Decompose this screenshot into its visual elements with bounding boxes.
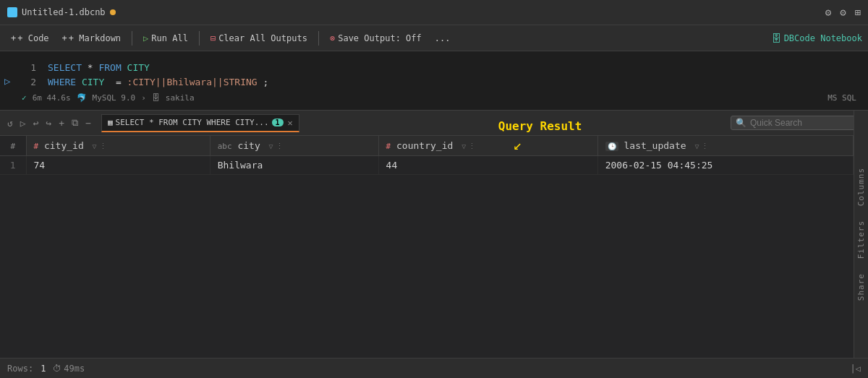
code-line-2: 2 WHERE CITY = :CITY||Bhilwara||STRING ;: [22, 74, 868, 89]
col-type-abc-icon: abc: [218, 142, 232, 151]
menu-icon-country_id[interactable]: ⋮: [468, 142, 476, 151]
title-bar: Untitled-1.dbcnb ⚙ ⚙ ⊞: [0, 0, 868, 25]
filter-icon-country_id[interactable]: ▽: [461, 142, 466, 150]
search-box: 🔍: [731, 116, 864, 130]
remove-icon[interactable]: −: [82, 116, 94, 130]
cell-city-1: Bhilwara: [210, 156, 378, 175]
toolbar-right: 🗄 DBCode Notebook: [771, 33, 862, 44]
check-icon: ✓: [22, 93, 27, 103]
filter-icon-last_update[interactable]: ▽: [694, 142, 699, 150]
title-left: Untitled-1.dbcnb: [7, 7, 116, 17]
time-badge: ⏱ 49ms: [53, 364, 85, 374]
layout-icon[interactable]: ⊞: [855, 7, 861, 18]
share-panel-label[interactable]: Share: [856, 273, 866, 301]
save-icon: ⊗: [330, 33, 335, 43]
clear-icon: ⊟: [210, 33, 216, 43]
filters-panel-label[interactable]: Filters: [856, 220, 866, 259]
query-result-label: Query Result: [498, 119, 582, 133]
cell-rownum-1: 1: [0, 156, 26, 175]
col-header-city_id[interactable]: # city_id ▽ ⋮: [26, 136, 210, 156]
editor-area: ▷ 1 SELECT * FROM CITY 2 WHERE CITY = :C…: [0, 51, 868, 110]
execution-time: 49ms: [64, 364, 85, 374]
plus-icon: +: [11, 33, 16, 43]
dbcode-icon: 🗄: [771, 33, 781, 44]
col-header-last_update[interactable]: 🕒 last_update ▽ ⋮: [597, 136, 853, 156]
rows-count: 1: [41, 364, 46, 374]
line-number-1: 1: [22, 62, 36, 73]
filter-icon-city_id[interactable]: ▽: [93, 142, 97, 150]
copy-icon[interactable]: ⧉: [69, 116, 81, 130]
data-table: # # city_id ▽ ⋮ abc city ▽: [0, 136, 854, 175]
tab-tools: ↺ ▷ ↩ ↪ + ⧉ −: [4, 116, 94, 130]
filter-icon-city[interactable]: ▽: [269, 142, 273, 150]
col-type-num-icon2: #: [386, 142, 391, 151]
plus-icon2: +: [62, 33, 67, 43]
separator2: [199, 31, 200, 46]
separator1: [132, 31, 132, 46]
col-header-city[interactable]: abc city ▽ ⋮: [210, 136, 378, 156]
quick-search-input[interactable]: [750, 118, 859, 128]
add-code-button[interactable]: + + Code: [6, 31, 54, 46]
settings2-icon[interactable]: ⚙: [840, 7, 846, 18]
redo-icon[interactable]: ↪: [43, 116, 54, 130]
run-time: 6m 44.6s: [33, 93, 71, 103]
dbcode-badge: 🗄 DBCode Notebook: [771, 33, 862, 44]
save-output-button[interactable]: ⊗ Save Output: Off: [325, 31, 427, 46]
modified-indicator: [110, 9, 116, 15]
db-icon2: 🗄: [152, 93, 160, 103]
cell-country_id-1: 44: [378, 156, 597, 175]
results-tab-1[interactable]: ▦ SELECT * FROM CITY WHERE CITY... 1 ✕: [101, 114, 299, 132]
columns-panel-label[interactable]: Columns: [856, 168, 866, 206]
code-editor: 1 SELECT * FROM CITY 2 WHERE CITY = :CIT…: [22, 57, 868, 92]
code-status-bar: ✓ 6m 44.6s 🐬 MySQL 9.0 › 🗄 sakila MS SQL: [0, 92, 868, 104]
table-area: # # city_id ▽ ⋮ abc city ▽: [0, 136, 854, 358]
col-type-time-icon: 🕒: [605, 142, 618, 151]
col-type-num-icon: #: [34, 142, 39, 151]
tab-close-button[interactable]: ✕: [288, 118, 293, 128]
schema-name: sakila: [166, 93, 195, 103]
dialect-badge: MS SQL: [827, 93, 856, 103]
pagination-icon[interactable]: |◁: [851, 364, 861, 374]
tab-label: SELECT * FROM CITY WHERE CITY...: [116, 118, 269, 127]
table-icon: ▦: [108, 118, 113, 127]
run-cell-button[interactable]: ▷: [4, 75, 10, 87]
svg-rect-0: [9, 9, 16, 16]
menu-icon-city_id[interactable]: ⋮: [99, 142, 107, 151]
toolbar: + + Code + + Markdown ▷ Run All ⊟ Clear …: [0, 25, 868, 51]
results-panel: ↺ ▷ ↩ ↪ + ⧉ − ▦ SELECT * FROM CITY WHERE…: [0, 110, 868, 358]
right-side-panel: Columns Filters Share: [854, 111, 868, 358]
title-right-icons: ⚙ ⚙ ⊞: [825, 7, 861, 18]
menu-icon-last_update[interactable]: ⋮: [701, 142, 709, 151]
results-tabs-bar: ↺ ▷ ↩ ↪ + ⧉ − ▦ SELECT * FROM CITY WHERE…: [0, 111, 868, 136]
run-all-button[interactable]: ▷ Run All: [138, 31, 193, 46]
play-icon[interactable]: ▷: [17, 116, 29, 130]
window-title: Untitled-1.dbcnb: [22, 7, 106, 17]
col-header-rownum: #: [0, 136, 26, 156]
col-header-country_id[interactable]: # country_id ▽ ⋮: [378, 136, 597, 156]
status-right: |◁: [851, 364, 861, 374]
search-icon: 🔍: [736, 118, 746, 128]
add-icon[interactable]: +: [56, 116, 67, 130]
table-header-row: # # city_id ▽ ⋮ abc city ▽: [0, 136, 854, 156]
code-line-1: 1 SELECT * FROM CITY: [22, 60, 868, 74]
cell-city_id-1: 74: [26, 156, 210, 175]
separator3: [318, 31, 319, 46]
clock-icon: ⏱: [53, 364, 61, 374]
rows-label: Rows:: [7, 364, 33, 374]
table-row: 1 74 Bhilwara 44 2006-02-15 04:45:25: [0, 156, 854, 175]
quick-search-area: 🔍: [731, 116, 864, 130]
clear-all-outputs-button[interactable]: ⊟ Clear All Outputs: [205, 31, 312, 46]
line-number-2: 2: [22, 77, 36, 87]
refresh-icon[interactable]: ↺: [4, 116, 16, 130]
tab-count-badge: 1: [272, 119, 284, 126]
cell-last_update-1: 2006-02-15 04:45:25: [597, 156, 853, 175]
undo-icon[interactable]: ↩: [30, 116, 42, 130]
add-markdown-button[interactable]: + + Markdown: [57, 31, 126, 46]
db-version: MySQL 9.0: [93, 93, 136, 103]
file-icon: [7, 7, 17, 17]
more-button[interactable]: ...: [430, 31, 456, 46]
menu-icon-city[interactable]: ⋮: [276, 142, 284, 151]
db-icon: 🐬: [77, 93, 87, 103]
settings-icon[interactable]: ⚙: [825, 7, 831, 18]
status-bar: Rows: 1 ⏱ 49ms |◁: [0, 358, 868, 378]
